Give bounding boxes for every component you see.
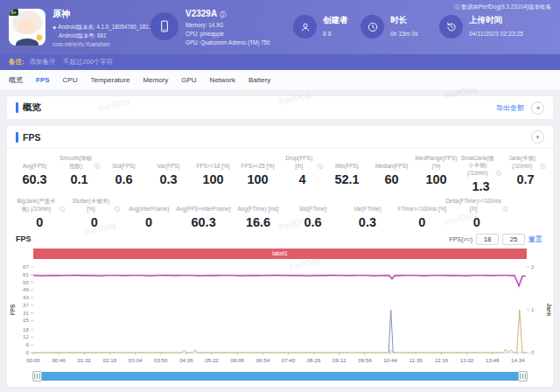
range-handle-left[interactable] (32, 371, 42, 382)
info-icon[interactable]: ⓘ (114, 206, 120, 213)
metric: Var(FPS)0.3 (146, 155, 191, 193)
metric-label: Delta(FTime)>=100ms [/h]ⓘ (452, 198, 502, 213)
report-content: 概览 导出全部 ◄ FPS ▼ Avg(FPS)60.3Smooth(降帧指数)… (0, 96, 560, 387)
info-icon[interactable]: ⓘ (220, 11, 226, 18)
metric-label: Avg(FTime) [ms] (233, 198, 284, 213)
range-bar[interactable] (33, 372, 527, 381)
metric: Avg(FPS+InterFrame)60.3 (176, 198, 230, 229)
svg-text:18: 18 (23, 326, 29, 332)
app-package: com.miHoYo.Yuanshen (52, 40, 153, 49)
chart-range-scrollbar[interactable] (33, 371, 527, 382)
metric-value: 60.3 (178, 215, 228, 229)
svg-text:12: 12 (23, 333, 29, 340)
metric: Avg(FPS)60.3 (12, 155, 57, 193)
fps-threshold-label: FPS(>=) (450, 236, 472, 242)
tab-CPU[interactable]: CPU (63, 76, 78, 84)
tab-Memory[interactable]: Memory (143, 76, 168, 84)
tab-Network[interactable]: Network (210, 76, 235, 84)
fps-title-text: FPS (23, 132, 40, 143)
note-label: 备注: (9, 58, 24, 66)
section-accent-bar (16, 102, 18, 113)
upload-block: 上传时间 04/11/2023 02:33:25 (469, 13, 523, 37)
fps-chart[interactable]: 061218253137434955616701200:0000:4601:32… (7, 262, 553, 368)
tab-bar: 概览FPSCPUTemperatureMemoryGPUNetworkBatte… (0, 70, 560, 91)
duration-value: 0h 15m 0s (390, 31, 418, 37)
app-version-name: Android版本名: 4.1.0_18054760_181... (58, 24, 153, 30)
metric-value: 0.6 (103, 172, 144, 186)
reset-link[interactable]: 重置 (528, 234, 542, 244)
svg-text:10:44: 10:44 (383, 357, 397, 363)
device-gpu: GPU: Qualcomm Adreno (TM) 750 (186, 38, 270, 47)
metric-value: 0 (68, 215, 119, 229)
metric-label: Median(FPS) (371, 155, 412, 170)
svg-text:04:36: 04:36 (179, 357, 193, 363)
info-icon[interactable]: ⓘ (318, 163, 324, 170)
section-accent-bar (16, 132, 18, 143)
metric-label: Avg(FPS) (14, 155, 55, 170)
range-handle-right[interactable] (518, 371, 528, 382)
header: 3+ 原神 ◆Android版本名: 4.1.0_18054760_181...… (0, 0, 560, 54)
info-icon[interactable]: ⓘ (60, 206, 66, 213)
metric-value: 52.1 (326, 172, 368, 186)
metric-value: 60 (371, 172, 412, 186)
metric: FPS>=18 [%]100 (191, 155, 235, 193)
metric-label: Var(FPS) (148, 155, 189, 170)
metric-label: Min(FPS) (326, 155, 368, 170)
chart-title: FPS (16, 234, 32, 243)
info-icon[interactable]: ⓘ (541, 163, 547, 170)
info-icon[interactable]: ⓘ (502, 206, 508, 213)
tab-Battery[interactable]: Battery (248, 76, 270, 84)
fps-threshold-input-1[interactable] (476, 234, 499, 245)
metric: Std(FPS)0.6 (102, 155, 146, 193)
device-memory: Memory: 14.9G (186, 21, 270, 30)
series-SmallJank (388, 310, 393, 353)
fps-chart-header: FPS FPS(>=) 重置 (7, 231, 553, 247)
metric-label: SmallJank(微小卡顿) (/10min)ⓘ (460, 155, 501, 177)
app-info: 原神 ◆Android版本名: 4.1.0_18054760_181... An… (52, 8, 153, 48)
metric-label: Jank(卡顿) (/10min)ⓘ (505, 155, 546, 170)
tab-Temperature[interactable]: Temperature (90, 76, 130, 84)
metric: Smooth(降帧指数)ⓘ0.1 (57, 155, 102, 193)
person-icon (293, 15, 317, 38)
svg-text:05:22: 05:22 (205, 357, 219, 363)
info-icon[interactable]: ⓘ (94, 163, 101, 170)
metric-value: 0 (452, 215, 502, 229)
metric-value: 0 (123, 215, 174, 229)
fps-metrics-row-1: Avg(FPS)60.3Smooth(降帧指数)ⓘ0.1Std(FPS)0.6V… (7, 149, 553, 195)
metric-label: Std(FPS) (103, 155, 144, 170)
collapse-overview-button[interactable]: ◄ (531, 102, 544, 115)
svg-text:09:58: 09:58 (358, 357, 372, 363)
metric: MedRange(FPS)(%)100 (414, 155, 458, 193)
fps-threshold-input-2[interactable] (502, 234, 525, 245)
tab-概览[interactable]: 概览 (9, 75, 23, 85)
metric-label: Std(FTime) (287, 198, 338, 213)
note-bar[interactable]: 备注: 添加备注 不超过200个字符 (0, 54, 560, 70)
upload-label: 上传时间 (469, 15, 523, 26)
svg-text:67: 67 (23, 263, 29, 270)
fps-section: FPS ▼ Avg(FPS)60.3Smooth(降帧指数)ⓘ0.1Std(FP… (7, 126, 553, 387)
tab-GPU[interactable]: GPU (181, 76, 196, 84)
svg-text:31: 31 (23, 310, 29, 316)
metric-value: 4 (282, 172, 323, 186)
note-placeholder: 添加备注 不超过200个字符 (30, 58, 114, 66)
collapse-fps-button[interactable]: ▼ (531, 130, 544, 144)
svg-text:14:34: 14:34 (511, 357, 525, 363)
metric-label: FPS>=18 [%] (192, 155, 234, 170)
svg-text:01:32: 01:32 (78, 357, 92, 363)
metric-label: Avg(FPS+InterFrame) (178, 198, 228, 213)
svg-text:1: 1 (531, 306, 535, 312)
metric: Jank(卡顿) (/10min)ⓘ0.7 (503, 155, 548, 193)
info-icon[interactable]: ⓘ (496, 170, 502, 177)
metric-value: 0 (14, 215, 65, 229)
tab-FPS[interactable]: FPS (36, 76, 50, 84)
svg-text:07:40: 07:40 (282, 357, 296, 363)
creator-label: 创建者 (323, 15, 348, 26)
perfdog-report-page: 3+ 原神 ◆Android版本名: 4.1.0_18054760_181...… (0, 0, 560, 392)
metric: Avg(FTime) [ms]16.6 (231, 198, 285, 229)
history-clock-icon (439, 15, 463, 38)
metric-value: 0 (396, 215, 447, 229)
metric: Avg(InterFrame)0 (122, 198, 176, 229)
export-all-link[interactable]: 导出全部 (496, 103, 524, 113)
metric-value: 1.3 (460, 179, 501, 193)
metric-value: 0.6 (287, 215, 338, 229)
